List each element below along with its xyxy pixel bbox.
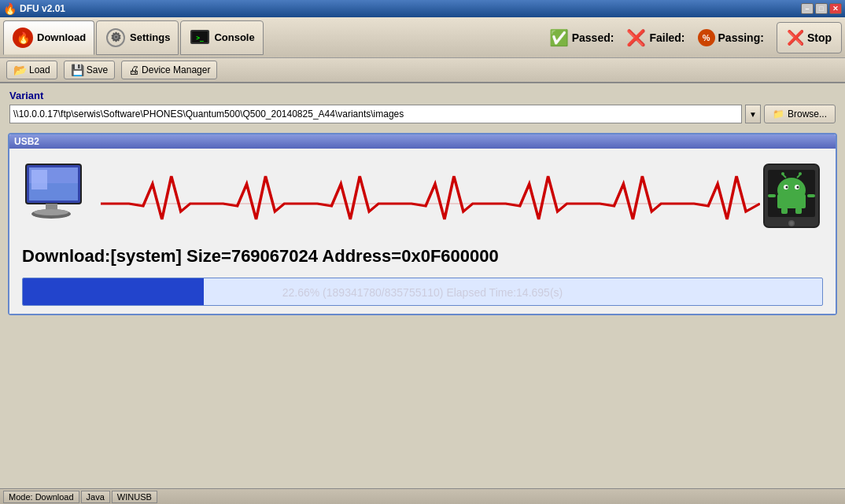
svg-text:⚙: ⚙ <box>110 31 121 44</box>
save-button[interactable]: 💾 Save <box>64 61 115 79</box>
variant-label: Variant <box>9 90 836 101</box>
winusb-status: WINUSB <box>112 491 157 503</box>
load-label: Load <box>29 64 50 75</box>
failed-status: ❌ Failed: <box>626 28 684 47</box>
path-dropdown-button[interactable]: ▼ <box>745 105 761 123</box>
device-manager-icon: 🖨 <box>128 64 139 76</box>
save-label: Save <box>87 64 108 75</box>
save-icon: 💾 <box>71 64 84 76</box>
svg-rect-11 <box>31 170 47 189</box>
stop-x-icon: ❌ <box>787 29 804 46</box>
device-manager-button[interactable]: 🖨 Device Manager <box>121 61 217 79</box>
mode-status: Mode: Download <box>3 491 79 503</box>
settings-icon: ⚙ <box>105 27 127 49</box>
svg-rect-28 <box>768 194 776 197</box>
svg-rect-29 <box>807 194 815 197</box>
svg-text:🔥: 🔥 <box>17 31 31 45</box>
stop-label: Stop <box>807 31 832 44</box>
svg-point-25 <box>781 172 784 175</box>
mode-text: Mode: Download <box>9 492 74 502</box>
passing-label: Passing: <box>718 31 764 44</box>
status-section: ✅ Passed: ❌ Failed: % Passing: ❌ Stop <box>549 22 842 53</box>
title-bar-left: 🔥 DFU v2.01 <box>3 2 65 15</box>
usb-panel-header: USB2 <box>9 134 836 149</box>
browse-folder-icon: 📁 <box>773 109 784 120</box>
main-content: Variant ▼ 📁 Browse... <box>0 83 845 130</box>
svg-point-26 <box>799 172 802 175</box>
console-icon: >_ <box>189 27 211 49</box>
svg-text:>_: >_ <box>197 35 205 42</box>
java-text: Java <box>87 492 105 502</box>
java-status: Java <box>81 491 110 503</box>
app-icon: 🔥 <box>3 2 17 15</box>
download-icon: 🔥 <box>12 27 34 49</box>
download-info-text: Download:[system] Size=769067024 Address… <box>22 246 499 267</box>
svg-point-22 <box>797 186 799 189</box>
stop-button[interactable]: ❌ Stop <box>777 22 842 53</box>
passed-label: Passed: <box>572 31 614 44</box>
usb-panel-body: Download:[system] Size=769067024 Address… <box>9 149 836 314</box>
svg-rect-27 <box>777 194 806 208</box>
svg-point-33 <box>790 222 794 226</box>
progress-bar-container: 22.66% (189341780/835755110) Elapsed Tim… <box>22 278 823 306</box>
load-button[interactable]: 📂 Load <box>6 61 57 79</box>
passing-status: % Passing: <box>698 29 764 46</box>
passed-check-icon: ✅ <box>549 28 569 47</box>
settings-tab-label: Settings <box>130 31 170 43</box>
svg-point-14 <box>34 209 68 215</box>
animation-row <box>22 156 823 235</box>
browse-label: Browse... <box>788 109 827 120</box>
svg-rect-30 <box>781 208 788 214</box>
computer-icon <box>22 160 101 231</box>
android-icon <box>760 160 823 231</box>
browse-button[interactable]: 📁 Browse... <box>764 105 836 123</box>
svg-point-21 <box>786 186 788 189</box>
usb-panel: USB2 <box>8 133 837 315</box>
close-button[interactable]: ✕ <box>829 3 842 14</box>
settings-tab[interactable]: ⚙ Settings <box>96 20 179 55</box>
variant-path-input[interactable] <box>9 105 742 123</box>
svg-rect-31 <box>795 208 802 214</box>
device-manager-label: Device Manager <box>142 64 210 75</box>
usb-panel-title: USB2 <box>14 136 39 147</box>
minimize-button[interactable]: – <box>801 3 814 14</box>
path-row: ▼ 📁 Browse... <box>9 105 836 123</box>
passing-percent-icon: % <box>698 29 715 46</box>
failed-x-icon: ❌ <box>626 28 646 47</box>
secondary-toolbar: 📂 Load 💾 Save 🖨 Device Manager <box>0 58 845 83</box>
failed-label: Failed: <box>649 31 684 44</box>
chevron-down-icon: ▼ <box>749 110 757 119</box>
passed-status: ✅ Passed: <box>549 28 614 47</box>
maximize-button[interactable]: □ <box>815 3 828 14</box>
ecg-waveform <box>101 160 760 231</box>
window-title: DFU v2.01 <box>20 3 65 14</box>
status-bar: Mode: Download Java WINUSB <box>0 488 845 504</box>
progress-text: 22.66% (189341780/835755110) Elapsed Tim… <box>23 278 822 306</box>
download-tab-label: Download <box>37 31 86 43</box>
winusb-text: WINUSB <box>117 492 152 502</box>
download-tab[interactable]: 🔥 Download <box>3 20 94 55</box>
main-toolbar: 🔥 Download ⚙ Settings >_ Console ✅ <box>0 17 845 58</box>
title-bar: 🔥 DFU v2.01 – □ ✕ <box>0 0 845 17</box>
console-tab[interactable]: >_ Console <box>180 20 263 55</box>
console-tab-label: Console <box>214 31 254 43</box>
title-bar-controls[interactable]: – □ ✕ <box>801 3 842 14</box>
load-icon: 📂 <box>13 64 27 76</box>
